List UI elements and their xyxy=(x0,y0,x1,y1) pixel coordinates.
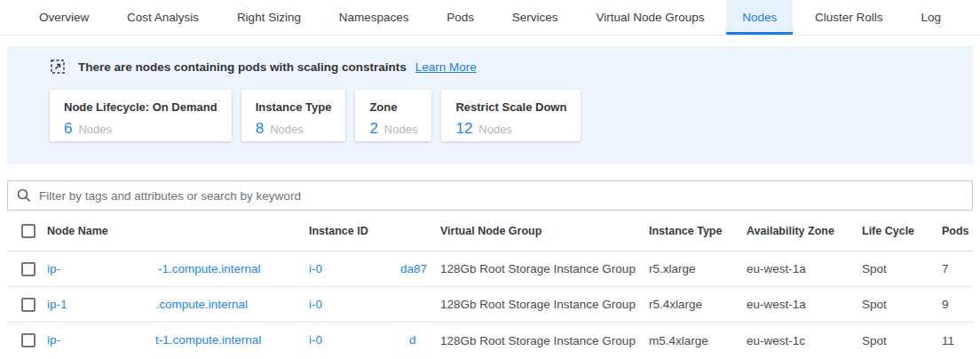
pods-cell: 7 xyxy=(942,262,973,275)
card-count: 12 xyxy=(455,120,472,138)
pods-cell: 11 xyxy=(942,334,973,347)
life-cycle-cell: Spot xyxy=(862,298,942,311)
card-unit: Nodes xyxy=(478,123,512,136)
table-row[interactable]: ip-t-1.compute.internal i-0d 128Gb Root … xyxy=(7,323,973,358)
tab-virtual-node-groups[interactable]: Virtual Node Groups xyxy=(580,0,720,35)
node-name-link[interactable]: ip- xyxy=(47,333,60,347)
row-checkbox[interactable] xyxy=(21,333,36,347)
card-unit: Nodes xyxy=(78,123,112,136)
instance-id-link[interactable]: i-0 xyxy=(309,333,322,347)
node-name-link[interactable]: -1.compute.internal xyxy=(158,262,261,275)
tab-cluster-rolls[interactable]: Cluster Rolls xyxy=(799,0,899,35)
scale-arrow-icon xyxy=(50,59,66,75)
table-row[interactable]: ip--1.compute.internal i-0da87 128Gb Roo… xyxy=(7,251,973,287)
instance-id-link[interactable]: da87 xyxy=(400,262,427,275)
tab-log[interactable]: Log xyxy=(905,0,957,35)
card-instance-type[interactable]: Instance Type 8 Nodes xyxy=(241,90,346,141)
instance-type-cell: m5.4xlarge xyxy=(649,334,747,347)
virtual-node-group-cell: 128Gb Root Storage Instance Group xyxy=(440,298,649,311)
card-restrict-scale-down[interactable]: Restrict Scale Down 12 Nodes xyxy=(441,90,581,141)
card-count: 2 xyxy=(369,120,377,138)
filter-search-bar[interactable] xyxy=(7,180,973,211)
card-unit: Nodes xyxy=(270,123,304,136)
row-checkbox[interactable] xyxy=(21,298,36,312)
col-pods: Pods xyxy=(942,225,973,237)
card-count: 8 xyxy=(256,120,264,138)
col-node-name: Node Name xyxy=(47,225,309,237)
col-instance-type: Instance Type xyxy=(649,225,747,237)
col-virtual-node-group: Virtual Node Group xyxy=(440,225,649,237)
instance-id-link[interactable]: d xyxy=(409,333,416,347)
col-life-cycle: Life Cycle xyxy=(862,225,942,237)
redaction-box xyxy=(60,263,158,275)
tab-bar: Overview Cost Analysis Right Sizing Name… xyxy=(0,0,980,36)
learn-more-link[interactable]: Learn More xyxy=(415,60,477,74)
node-name-link[interactable]: .compute.internal xyxy=(156,298,249,311)
card-title: Zone xyxy=(369,100,417,114)
life-cycle-cell: Spot xyxy=(862,334,942,347)
tab-right-sizing[interactable]: Right Sizing xyxy=(221,0,317,35)
tab-nodes[interactable]: Nodes xyxy=(726,0,793,35)
tab-cost-analysis[interactable]: Cost Analysis xyxy=(111,0,215,35)
availability-zone-cell: eu-west-1a xyxy=(747,298,862,311)
instance-type-cell: r5.4xlarge xyxy=(649,298,747,311)
instance-id-link[interactable]: i-0 xyxy=(309,298,322,311)
card-node-lifecycle[interactable]: Node Lifecycle: On Demand 6 Nodes xyxy=(50,90,232,141)
table-header-row: Node Name Instance ID Virtual Node Group… xyxy=(7,211,973,251)
node-name-link[interactable]: ip-1 xyxy=(47,298,67,311)
card-count: 6 xyxy=(64,120,72,138)
virtual-node-group-cell: 128Gb Root Storage Instance Group xyxy=(440,262,649,275)
col-instance-id: Instance ID xyxy=(309,225,440,237)
col-availability-zone: Availability Zone xyxy=(747,225,862,237)
availability-zone-cell: eu-west-1c xyxy=(747,334,862,347)
tab-pods[interactable]: Pods xyxy=(431,0,490,35)
card-title: Instance Type xyxy=(256,100,332,114)
instance-type-cell: r5.xlarge xyxy=(649,262,747,275)
tab-services[interactable]: Services xyxy=(496,0,574,35)
life-cycle-cell: Spot xyxy=(862,262,942,275)
card-title: Restrict Scale Down xyxy=(455,100,566,114)
tab-namespaces[interactable]: Namespaces xyxy=(323,0,425,35)
tab-overview[interactable]: Overview xyxy=(23,0,105,35)
nodes-table: Node Name Instance ID Virtual Node Group… xyxy=(7,211,973,358)
search-icon xyxy=(16,187,32,203)
availability-zone-cell: eu-west-1a xyxy=(747,262,862,275)
card-unit: Nodes xyxy=(384,123,418,136)
select-all-checkbox[interactable] xyxy=(21,224,36,238)
table-row[interactable]: ip-1.compute.internal i-0 128Gb Root Sto… xyxy=(7,287,973,323)
banner-message: There are nodes containing pods with sca… xyxy=(78,60,407,74)
redaction-box xyxy=(322,263,400,275)
virtual-node-group-cell: 128Gb Root Storage Instance Group xyxy=(440,334,649,347)
instance-id-link[interactable]: i-0 xyxy=(309,262,322,275)
search-input[interactable] xyxy=(39,189,964,203)
redaction-box xyxy=(322,335,409,347)
card-title: Node Lifecycle: On Demand xyxy=(64,100,217,114)
constraint-cards: Node Lifecycle: On Demand 6 Nodes Instan… xyxy=(50,90,973,141)
row-checkbox[interactable] xyxy=(21,262,36,276)
scaling-constraints-banner: There are nodes containing pods with sca… xyxy=(7,46,973,164)
redaction-box xyxy=(67,299,156,311)
node-name-link[interactable]: t-1.compute.internal xyxy=(155,333,261,347)
redaction-box xyxy=(60,335,155,347)
node-name-link[interactable]: ip- xyxy=(47,262,60,275)
card-zone[interactable]: Zone 2 Nodes xyxy=(355,90,431,141)
redaction-box xyxy=(322,299,415,311)
pods-cell: 9 xyxy=(942,298,973,311)
